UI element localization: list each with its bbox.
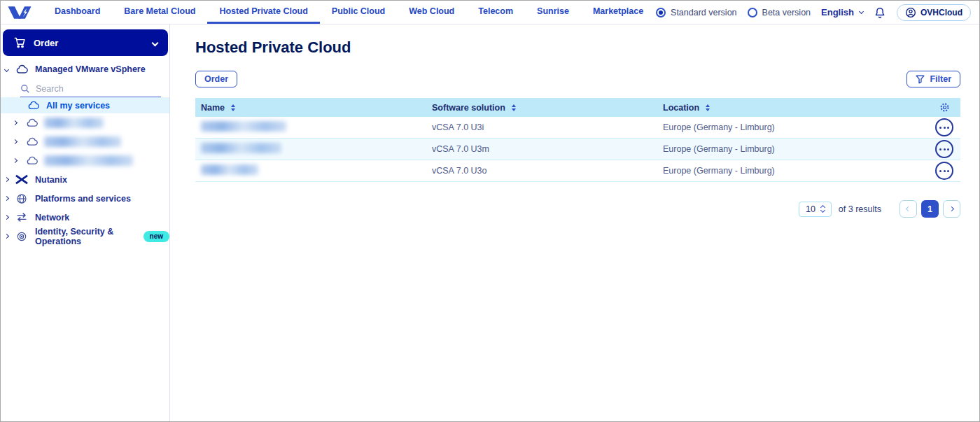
new-badge: new [144, 231, 169, 242]
sidebar-item-identity-security-operations[interactable]: Identity, Security & Operationsnew [1, 227, 169, 246]
row-actions-button[interactable] [935, 140, 953, 158]
filter-button[interactable]: Filter [906, 71, 960, 87]
globe-icon [15, 193, 28, 204]
current-page-button[interactable]: 1 [921, 200, 939, 218]
vsphere-section-label: Managed VMware vSphere [35, 64, 146, 74]
sidebar-item-network[interactable]: Network [1, 208, 169, 227]
column-header-name[interactable]: Name [201, 103, 432, 113]
bell-icon [874, 6, 886, 19]
table-settings-button[interactable] [928, 102, 960, 113]
location-cell: Europe (Germany - Limburg) [663, 144, 928, 154]
standard-version-label: Standard version [671, 8, 737, 17]
sidebar: Order Managed VMware vSphere [1, 24, 170, 422]
page-size-select[interactable]: 10 [799, 202, 832, 217]
column-header-software-solution[interactable]: Software solution [432, 103, 663, 113]
chevron-down-icon [859, 8, 864, 13]
sidebar-item-redacted-service[interactable] [1, 132, 169, 151]
nav-tab-sunrise[interactable]: Sunrise [525, 1, 581, 24]
network-icon [15, 213, 28, 222]
column-header-location[interactable]: Location [663, 103, 928, 113]
sidebar-item-nutanix[interactable]: Nutanix [1, 170, 169, 189]
redacted-text [201, 143, 281, 153]
nav-tab-telecom[interactable]: Telecom [466, 1, 525, 24]
sidebar-search [20, 84, 161, 97]
location-cell: Europe (Germany - Limburg) [663, 122, 928, 132]
sidebar-bottom-items: NutanixPlatforms and servicesNetworkIden… [1, 170, 169, 246]
filter-button-label: Filter [930, 74, 951, 84]
gear-icon [939, 102, 950, 113]
nutanix-icon [15, 174, 28, 185]
previous-page-button[interactable] [899, 200, 917, 218]
table-body: vCSA 7.0 U3iEurope (Germany - Limburg)vC… [195, 117, 960, 182]
sort-icon [512, 104, 516, 111]
primary-nav-tabs: DashboardBare Metal CloudHosted Private … [43, 1, 655, 24]
service-name-redacted[interactable] [201, 164, 432, 177]
sidebar-item-all-my-services[interactable]: All my services [1, 97, 169, 113]
account-menu-button[interactable]: OVHCloud [897, 4, 971, 21]
software-solution-cell: vCSA 7.0 U3o [432, 166, 663, 176]
cloud-icon [26, 156, 38, 165]
order-button-label: Order [204, 74, 228, 84]
nav-tab-dashboard[interactable]: Dashboard [43, 1, 112, 24]
ovhcloud-logo[interactable] [6, 1, 33, 24]
sidebar-item-label: Network [35, 213, 69, 223]
service-name-redacted[interactable] [201, 143, 432, 155]
service-name-redacted[interactable] [201, 121, 432, 134]
order-button-label: Order [34, 38, 58, 48]
ellipsis-icon [939, 148, 941, 150]
user-icon [905, 7, 916, 18]
page-title: Hosted Private Cloud [195, 38, 960, 57]
identity-icon [15, 231, 28, 242]
software-solution-cell: vCSA 7.0 U3i [432, 122, 663, 132]
table-row: vCSA 7.0 U3iEurope (Germany - Limburg) [195, 117, 960, 139]
search-icon [20, 84, 30, 94]
redacted-text [201, 121, 286, 132]
language-label: English [821, 7, 854, 17]
sidebar-redacted-services [1, 113, 169, 170]
all-services-label: All my services [46, 101, 110, 111]
sort-icon [706, 104, 710, 111]
filter-funnel-icon [916, 75, 925, 84]
row-actions-button[interactable] [935, 162, 953, 180]
notifications-bell-button[interactable] [874, 6, 886, 19]
sidebar-section-vsphere[interactable]: Managed VMware vSphere [1, 60, 169, 78]
sidebar-item-label: Identity, Security & Operations [35, 227, 131, 246]
ellipsis-icon [939, 170, 941, 172]
results-count-label: of 3 results [839, 204, 881, 214]
chevron-down-icon [4, 66, 9, 71]
radio-unselected-icon [748, 8, 757, 17]
column-label: Name [201, 103, 225, 113]
chevron-down-icon [152, 39, 159, 46]
radio-selected-icon [656, 8, 666, 17]
pagination: 10 of 3 results 1 [195, 200, 960, 218]
chevron-right-icon [4, 177, 9, 182]
nav-tab-bare-metal-cloud[interactable]: Bare Metal Cloud [112, 1, 207, 24]
row-actions-button[interactable] [935, 118, 953, 136]
select-updown-icon [821, 206, 825, 212]
redacted-text [44, 136, 121, 147]
nav-tab-public-cloud[interactable]: Public Cloud [320, 1, 397, 24]
nav-tab-web-cloud[interactable]: Web Cloud [397, 1, 466, 24]
nav-tab-marketplace[interactable]: Marketplace [581, 1, 655, 24]
standard-version-radio[interactable]: Standard version [656, 8, 737, 17]
sidebar-item-label: Nutanix [35, 175, 67, 185]
redacted-text [44, 155, 133, 166]
sidebar-search-input[interactable] [36, 84, 148, 94]
nav-tab-hosted-private-cloud[interactable]: Hosted Private Cloud [207, 1, 319, 24]
sidebar-item-redacted-service[interactable] [1, 113, 169, 132]
chevron-right-icon [4, 196, 9, 201]
cloud-icon [27, 101, 40, 110]
cloud-icon [15, 64, 28, 74]
cloud-icon [26, 118, 38, 127]
column-label: Location [663, 103, 699, 113]
chevron-right-icon [13, 139, 18, 144]
language-selector[interactable]: English [821, 7, 863, 17]
next-page-button[interactable] [943, 200, 960, 218]
beta-version-radio[interactable]: Beta version [748, 8, 811, 17]
sidebar-order-button[interactable]: Order [3, 29, 168, 56]
sort-icon [231, 104, 235, 111]
sidebar-item-redacted-service[interactable] [1, 151, 169, 170]
column-label: Software solution [432, 103, 505, 113]
order-button[interactable]: Order [195, 71, 237, 87]
sidebar-item-platforms-and-services[interactable]: Platforms and services [1, 189, 169, 208]
